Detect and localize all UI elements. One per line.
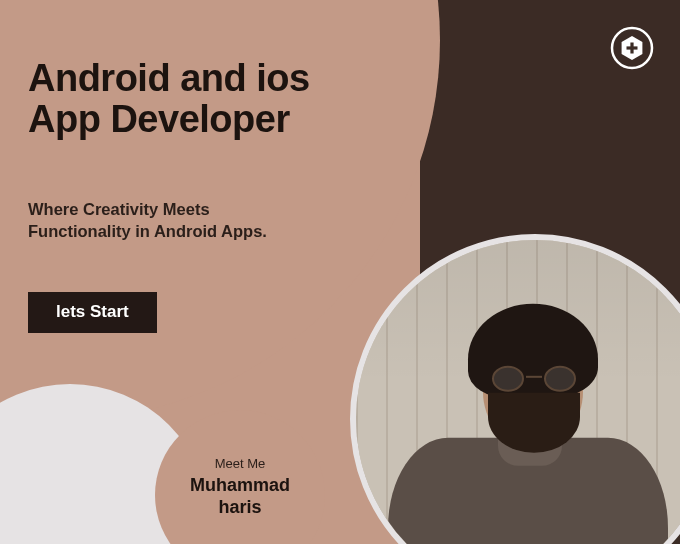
headline-line1: Android and ios (28, 57, 310, 99)
headline-line2: App Developer (28, 98, 290, 140)
developer-name-line2: haris (218, 497, 261, 517)
plus-hexagon-icon (610, 26, 654, 70)
lets-start-button[interactable]: lets Start (28, 292, 157, 333)
profile-photo-inner (356, 240, 680, 544)
meet-me-badge: Meet Me Muhammad haris (155, 410, 325, 544)
photo-person (388, 308, 668, 544)
glasses-icon (492, 366, 576, 392)
developer-name: Muhammad haris (190, 475, 290, 518)
meet-me-label: Meet Me (215, 456, 266, 471)
tagline-text: Where Creativity Meets Functionality in … (28, 198, 288, 243)
developer-name-line1: Muhammad (190, 475, 290, 495)
svg-rect-3 (627, 46, 638, 49)
headline: Android and ios App Developer (28, 58, 310, 140)
promo-card: Meet Me Muhammad haris Android and ios A… (0, 0, 680, 544)
profile-photo (350, 234, 680, 544)
